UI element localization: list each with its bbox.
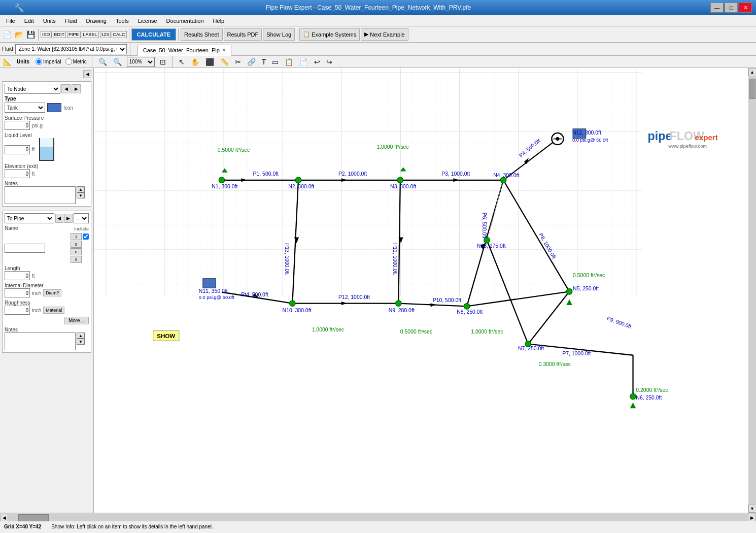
metric-radio-label[interactable]: Metric xyxy=(65,58,87,65)
node-N5[interactable] xyxy=(566,289,572,295)
123-icon[interactable]: 123 xyxy=(100,31,111,38)
node-N11-tank[interactable] xyxy=(203,279,216,288)
node-prev-button[interactable]: ◀ xyxy=(61,84,71,93)
hscroll-left-button[interactable]: ◀ xyxy=(0,514,8,522)
show-log-button[interactable]: Show Log xyxy=(263,28,295,41)
hscroll-track[interactable] xyxy=(8,514,748,521)
fit-icon[interactable]: ⊡ xyxy=(159,57,167,67)
menu-fluid[interactable]: Fluid xyxy=(61,17,81,25)
internal-diameter-input[interactable] xyxy=(5,288,30,297)
text-icon[interactable]: T xyxy=(261,57,267,67)
results-pdf-button[interactable]: Results PDF xyxy=(224,28,262,41)
pipe-prev-button[interactable]: ◀ xyxy=(55,214,63,223)
pipe-notes-scroll-down[interactable]: ▼ xyxy=(77,339,85,345)
maximize-button[interactable]: □ xyxy=(725,3,738,13)
pipe-icon[interactable]: PIPE xyxy=(67,31,81,38)
results-sheet-button[interactable]: Results Sheet xyxy=(181,28,222,41)
hscroll-thumb[interactable] xyxy=(18,514,49,521)
pipe-network-canvas[interactable]: pipe FLOW expert www.pipeflow.com xyxy=(94,68,748,513)
show-button-container[interactable]: SHOW xyxy=(153,330,182,342)
calc-icon[interactable]: CALC xyxy=(112,31,127,38)
pipe-dropdown[interactable]: To Pipe xyxy=(5,213,54,223)
edit-icon[interactable]: EDIT xyxy=(53,31,66,38)
fluid-dropdown[interactable]: Zone 1: Water [62.303105 lb/ft³ at 0.0ps… xyxy=(15,44,127,54)
scroll-up-button[interactable]: ▲ xyxy=(748,68,757,76)
more-button[interactable]: More... xyxy=(64,317,89,324)
notes-scroll-down[interactable]: ▼ xyxy=(77,192,85,198)
node-N6[interactable] xyxy=(630,393,636,399)
undo-icon[interactable]: ↩ xyxy=(313,57,321,67)
rect-icon[interactable]: ▭ xyxy=(271,57,280,67)
select-icon[interactable]: ↖ xyxy=(178,57,186,67)
node-N10[interactable] xyxy=(290,301,296,307)
iso-icon[interactable]: ISO xyxy=(41,31,52,38)
node-N9[interactable] xyxy=(396,301,402,307)
node-icon[interactable]: ⬛ xyxy=(204,57,215,67)
liquid-level-input[interactable] xyxy=(5,145,30,154)
menu-help[interactable]: Help xyxy=(209,17,229,25)
collapse-panel-button[interactable]: ◀ xyxy=(83,70,91,78)
zoom-out-icon[interactable]: 🔍 xyxy=(112,57,123,67)
imperial-radio[interactable] xyxy=(36,58,42,65)
pan-icon[interactable]: ✋ xyxy=(190,57,200,67)
save-icon[interactable]: 💾 xyxy=(25,29,36,40)
pipe-notes-scroll-up[interactable]: ▲ xyxy=(77,332,85,339)
zoom-in-icon[interactable]: 🔍 xyxy=(97,57,108,67)
metric-radio[interactable] xyxy=(65,58,72,65)
connect-icon[interactable]: 🔗 xyxy=(246,57,257,67)
canvas-area[interactable]: pipe FLOW expert www.pipeflow.com xyxy=(94,68,748,513)
units-icon[interactable]: 📐 xyxy=(2,57,13,67)
node-next-button[interactable]: ▶ xyxy=(72,84,81,93)
node-dropdown[interactable]: To Node xyxy=(5,84,60,94)
elevation-input[interactable] xyxy=(5,169,30,178)
pipe-next-button[interactable]: ▶ xyxy=(64,214,73,223)
menu-drawing[interactable]: Drawing xyxy=(82,17,111,25)
file-tab[interactable]: Case_50_Water_Fourteen_Pip ✕ xyxy=(138,45,231,56)
menu-file[interactable]: File xyxy=(2,17,19,25)
menu-tools[interactable]: Tools xyxy=(112,17,133,25)
scroll-track[interactable] xyxy=(749,76,756,505)
node-N3[interactable] xyxy=(397,177,403,183)
type-dropdown[interactable]: Tank xyxy=(5,103,45,113)
pipe-style-dropdown[interactable]: — xyxy=(74,213,89,223)
surface-pressure-input[interactable] xyxy=(5,121,30,130)
new-icon[interactable]: 📄 xyxy=(2,29,13,40)
minimize-button[interactable]: — xyxy=(710,3,724,13)
notes-scroll-up[interactable]: ▲ xyxy=(77,186,85,192)
window-controls[interactable]: — □ ✕ xyxy=(710,3,752,13)
hscroll-right-button[interactable]: ▶ xyxy=(748,514,756,522)
paste-icon[interactable]: 📄 xyxy=(298,57,309,67)
pipe-name-input[interactable] xyxy=(5,244,45,253)
imperial-radio-label[interactable]: Imperial xyxy=(36,58,61,65)
label-icon[interactable]: LABEL xyxy=(82,31,99,38)
node-N8[interactable] xyxy=(464,304,470,310)
example-systems-button[interactable]: 📋 Example Systems xyxy=(299,28,360,41)
include-checkbox-1[interactable] xyxy=(83,234,89,240)
diam-button[interactable]: Diam? xyxy=(43,289,61,296)
logo-pipe-text: pipe xyxy=(648,129,672,143)
open-icon[interactable]: 📂 xyxy=(14,29,24,40)
menu-edit[interactable]: Edit xyxy=(20,17,38,25)
delete-icon[interactable]: ✂ xyxy=(234,57,242,67)
calculate-button[interactable]: CALCULATE xyxy=(131,28,176,41)
menu-license[interactable]: License xyxy=(134,17,161,25)
scroll-thumb[interactable] xyxy=(749,79,755,99)
next-example-button[interactable]: ▶ Next Example xyxy=(361,28,408,41)
zoom-select[interactable]: 100% 50% 75% 125% 150% 200% xyxy=(127,57,155,67)
material-button[interactable]: Material xyxy=(43,307,64,314)
pipe-N5-N7[interactable] xyxy=(528,291,569,344)
tab-close-button[interactable]: ✕ xyxy=(222,47,226,53)
copy-icon[interactable]: 📋 xyxy=(284,57,294,67)
node-N2[interactable] xyxy=(295,177,301,183)
pipe-notes-input[interactable] xyxy=(5,332,76,350)
length-input[interactable] xyxy=(5,271,30,280)
close-button[interactable]: ✕ xyxy=(739,3,752,13)
redo-icon[interactable]: ↪ xyxy=(325,57,333,67)
menu-documentation[interactable]: Documentation xyxy=(162,17,208,25)
pipe-draw-icon[interactable]: 📏 xyxy=(219,57,230,67)
notes-input[interactable] xyxy=(5,186,76,204)
roughness-input[interactable] xyxy=(5,306,30,315)
node-N1[interactable] xyxy=(219,177,225,183)
menu-units[interactable]: Units xyxy=(39,17,60,25)
scroll-down-button[interactable]: ▼ xyxy=(748,505,757,513)
